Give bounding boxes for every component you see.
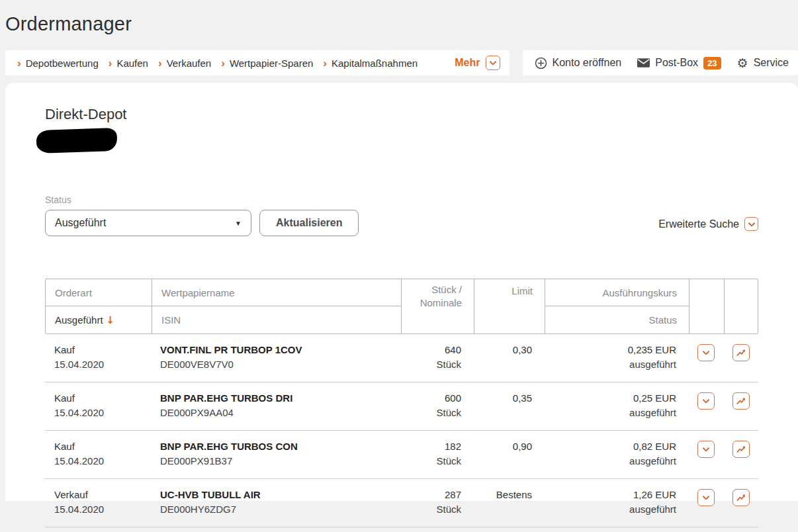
nav-more-label: Mehr [455,57,480,69]
order-type-cell: Verkauf 15.04.2020 [45,479,151,527]
execution-price: 1,26 EUR [553,488,676,502]
nav-item-kaufen[interactable]: › Kaufen [109,58,148,69]
nav-item-kapitalmassnahmen[interactable]: › Kapitalmaßnahmen [323,58,418,69]
header-isin[interactable]: ISIN [152,306,401,333]
nav-item-depotbewertung[interactable]: › Depotbewertung [17,58,99,69]
quantity-value: 600 [410,391,461,406]
limit-cell: 0,30 [473,334,544,382]
order-row: Kauf 15.04.2020 BNP PAR.EHG TURBOS CON D… [45,431,758,479]
open-account-link[interactable]: Konto eröffnen [535,57,622,69]
order-date: 15.04.2020 [54,357,142,372]
security-isin: DE000HY6ZDG7 [160,502,391,517]
filter-bar: Status Ausgeführt ▼ Aktualisieren Erweit… [45,195,758,236]
postbox-link[interactable]: Post-Box 23 [637,57,721,69]
orders-table: Orderart Ausgeführt ↓ Wertpapiername ISI… [45,279,758,527]
limit-value: 0,35 [482,391,532,406]
header-wertpapiername[interactable]: Wertpapiername [152,279,401,306]
expand-cell [688,479,723,527]
order-row: Verkauf 15.04.2020 UC-HVB TUBULL AIR DE0… [45,479,758,527]
expand-order-button[interactable] [697,441,715,458]
execution-status: ausgeführt [553,406,676,420]
execution-cell: 0,235 EUR ausgeführt [544,334,688,382]
quantity-value: 182 [410,439,461,454]
utility-nav: Konto eröffnen Post-Box 23 ⚙ Service [523,50,798,75]
security-cell: BNP PAR.EHG TURBOS DRI DE000PX9AA04 [151,382,400,430]
chevron-right-icon: › [17,58,21,69]
circle-plus-icon [535,57,547,69]
order-type: Kauf [54,343,142,357]
order-type-cell: Kauf 15.04.2020 [45,382,151,430]
security-isin: DE000PX91B37 [160,454,391,468]
limit-value: 0,90 [482,439,532,454]
header-sort-status[interactable]: Ausgeführt ↓ [46,306,152,333]
execution-price: 0,235 EUR [553,343,676,357]
column-ausfuehrungskurs: Ausführungskurs Status [545,279,689,333]
expand-order-button[interactable] [697,392,715,410]
nav-item-verkaufen[interactable]: › Verkaufen [158,58,211,69]
orders-table-header: Orderart Ausgeführt ↓ Wertpapiername ISI… [45,279,758,334]
open-account-label: Konto eröffnen [553,57,622,69]
quantity-cell: 640 Stück [400,334,473,382]
nav-row: › Depotbewertung › Kaufen › Verkaufen › … [0,50,798,75]
chart-button[interactable] [732,489,750,506]
chevron-down-icon[interactable] [744,217,758,231]
chart-cell [723,479,758,527]
nav-item-label: Kapitalmaßnahmen [332,58,418,69]
nav-item-wertpapier-sparen[interactable]: › Wertpapier-Sparen [221,58,313,69]
chart-button[interactable] [732,344,750,361]
chart-button[interactable] [732,392,750,410]
order-row: Kauf 15.04.2020 VONT.FINL PR TURBOP 1COV… [45,334,758,382]
chart-button[interactable] [732,441,750,458]
quantity-unit: Stück [410,502,461,517]
security-cell: BNP PAR.EHG TURBOS CON DE000PX91B37 [151,431,400,478]
order-type: Verkauf [54,488,142,502]
service-label: Service [754,57,789,69]
column-expand-actions [689,279,724,333]
chevron-down-icon[interactable] [486,56,500,70]
limit-value: 0,30 [482,343,532,357]
quantity-unit: Stück [410,406,461,420]
security-name: VONT.FINL PR TURBOP 1COV [160,343,391,357]
order-date: 15.04.2020 [54,406,142,420]
postbox-label: Post-Box [655,57,698,69]
header-stueck-nominale[interactable]: Stück / Nominale [401,279,474,333]
gear-icon: ⚙ [737,57,748,69]
postbox-unread-badge: 23 [703,57,721,69]
header-ausfuehrungskurs[interactable]: Ausführungskurs [545,279,689,306]
limit-cell: 0,35 [473,382,544,430]
execution-status: ausgeführt [553,357,676,372]
header-orderart[interactable]: Orderart [46,279,152,306]
redacted-account-holder [36,128,117,154]
refresh-button[interactable]: Aktualisieren [259,210,359,236]
order-row: Kauf 15.04.2020 BNP PAR.EHG TURBOS DRI D… [45,382,758,431]
status-select[interactable]: Ausgeführt ▼ [45,210,251,236]
order-type: Kauf [54,439,142,454]
service-link[interactable]: ⚙ Service [737,57,789,69]
caret-down-icon: ▼ [235,220,242,227]
page-title: Ordermanager [5,13,798,35]
order-date: 15.04.2020 [54,502,142,517]
quantity-value: 287 [410,488,461,502]
column-orderart: Orderart Ausgeführt ↓ [46,279,152,333]
depot-title: Direkt-Depot [45,106,758,123]
column-wertpapiername: Wertpapiername ISIN [152,279,401,333]
security-name: BNP PAR.EHG TURBOS CON [160,439,391,454]
limit-cell: 0,90 [473,431,544,478]
chart-cell [723,382,758,430]
expand-order-button[interactable] [697,344,715,361]
header-status[interactable]: Status [545,306,689,333]
orders-table-body: Kauf 15.04.2020 VONT.FINL PR TURBOP 1COV… [45,334,758,527]
expand-cell [688,431,723,478]
quantity-cell: 287 Stück [400,479,473,527]
expand-cell [688,382,723,430]
advanced-search-toggle[interactable]: Erweiterte Suche [658,217,758,236]
security-cell: UC-HVB TUBULL AIR DE000HY6ZDG7 [151,479,400,527]
expand-order-button[interactable] [697,489,715,506]
nav-more[interactable]: Mehr [455,56,500,70]
security-isin: DE000VE8V7V0 [160,357,391,372]
quantity-unit: Stück [410,454,461,468]
chevron-right-icon: › [109,58,112,69]
page-header: Ordermanager [0,0,798,35]
header-limit[interactable]: Limit [474,279,545,333]
envelope-icon [637,58,650,67]
